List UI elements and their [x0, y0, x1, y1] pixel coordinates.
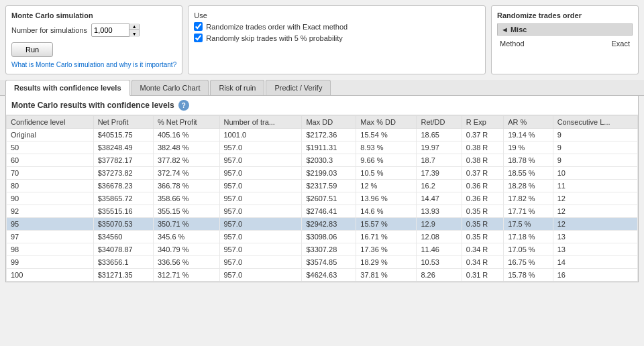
table-cell: 957.0	[219, 154, 302, 167]
table-cell: 17.39	[417, 167, 462, 180]
table-cell: 957.0	[219, 269, 302, 282]
misc-header: ◄ Misc	[497, 23, 633, 36]
table-cell: 345.6 %	[153, 231, 219, 243]
table-cell: 957.0	[219, 141, 302, 154]
table-cell: 957.0	[219, 256, 302, 269]
table-row[interactable]: 92$35515.16355.15 %957.0$2746.4114.6 %13…	[7, 205, 638, 218]
table-cell: $2317.59	[302, 180, 356, 192]
table-cell: 16.75 %	[504, 256, 553, 269]
table-cell: 19.14 %	[504, 129, 553, 141]
table-cell: 14.47	[417, 192, 462, 205]
table-cell: $40515.75	[93, 129, 153, 141]
table-row[interactable]: 100$31271.35312.71 %957.0$4624.6337.81 %…	[7, 269, 638, 282]
table-cell: 16.71 %	[356, 231, 417, 243]
table-cell: 99	[7, 256, 94, 269]
table-cell: 19.97	[417, 141, 462, 154]
table-cell: 382.48 %	[153, 141, 219, 154]
table-cell: 60	[7, 154, 94, 167]
col-r-exp: R Exp	[462, 116, 503, 129]
table-cell: 16	[553, 269, 637, 282]
help-icon[interactable]: ?	[178, 100, 189, 111]
table-cell: 12.08	[417, 231, 462, 243]
tab-results[interactable]: Results with confidence levels	[5, 80, 130, 96]
table-cell: 13	[553, 231, 637, 243]
results-title: Monte Carlo results with confidence leve…	[11, 101, 174, 110]
cb-skip-trades[interactable]	[194, 34, 203, 42]
table-cell: 18.28 %	[504, 180, 553, 192]
table-cell: 8.93 %	[356, 141, 417, 154]
method-row: Method Exact	[497, 38, 633, 49]
table-row[interactable]: 70$37273.82372.74 %957.0$2199.0310.5 %17…	[7, 167, 638, 180]
table-cell: 0.37 R	[462, 129, 503, 141]
method-value: Exact	[611, 40, 630, 48]
table-cell: 19 %	[504, 141, 553, 154]
table-row[interactable]: 99$33656.1336.56 %957.0$3574.8518.29 %10…	[7, 256, 638, 269]
table-cell: 13.93	[417, 205, 462, 218]
table-cell: 12	[553, 192, 637, 205]
tab-predict[interactable]: Predict / Verify	[266, 80, 331, 95]
spin-down-button[interactable]: ▼	[129, 30, 139, 37]
run-button[interactable]: Run	[11, 42, 53, 57]
table-cell: 98	[7, 243, 94, 256]
table-cell: 12	[553, 205, 637, 218]
col-net-profit: Net Profit	[93, 116, 153, 129]
table-cell: $31271.35	[93, 269, 153, 282]
table-row[interactable]: 50$38248.49382.48 %957.0$1911.318.93 %19…	[7, 141, 638, 154]
table-cell: $38248.49	[93, 141, 153, 154]
table-cell: 0.36 R	[462, 192, 503, 205]
results-tbody: Original$40515.75405.16 %1001.0$2172.361…	[7, 129, 638, 282]
table-cell: 372.74 %	[153, 167, 219, 180]
simulations-input[interactable]	[92, 26, 129, 34]
table-row[interactable]: 80$36678.23366.78 %957.0$2317.5912 %16.2…	[7, 180, 638, 192]
table-row[interactable]: 98$34078.87340.79 %957.0$3307.2817.36 %1…	[7, 243, 638, 256]
table-row[interactable]: 60$37782.17377.82 %957.0$2030.39.66 %18.…	[7, 154, 638, 167]
table-row[interactable]: 95$35070.53350.71 %957.0$2942.8315.57 %1…	[7, 218, 638, 231]
col-trades: Number of tra...	[219, 116, 302, 129]
table-row[interactable]: Original$40515.75405.16 %1001.0$2172.361…	[7, 129, 638, 141]
table-row[interactable]: 90$35865.72358.66 %957.0$2607.5113.96 %1…	[7, 192, 638, 205]
table-cell: 10.53	[417, 256, 462, 269]
table-cell: $35070.53	[93, 218, 153, 231]
table-cell: 14.6 %	[356, 205, 417, 218]
table-cell: 18.55 %	[504, 167, 553, 180]
table-cell: 350.71 %	[153, 218, 219, 231]
spin-buttons: ▲ ▼	[129, 23, 139, 37]
table-cell: $34078.87	[93, 243, 153, 256]
right-panel-title: Randomize trades order	[497, 11, 633, 19]
spin-up-button[interactable]: ▲	[129, 23, 139, 30]
table-cell: 16.2	[417, 180, 462, 192]
results-header: Monte Carlo results with confidence leve…	[6, 96, 638, 115]
table-cell: 0.35 R	[462, 231, 503, 243]
table-cell: $3098.06	[302, 231, 356, 243]
tab-risk[interactable]: Risk of ruin	[210, 80, 264, 95]
mc-info-link[interactable]: What is Monte Carlo simulation and why i…	[11, 61, 176, 68]
table-cell: 17.82 %	[504, 192, 553, 205]
table-cell: 17.18 %	[504, 231, 553, 243]
table-cell: 15.78 %	[504, 269, 553, 282]
table-cell: 90	[7, 192, 94, 205]
use-label: Use	[194, 11, 480, 19]
tab-chart[interactable]: Monte Carlo Chart	[131, 80, 209, 95]
table-cell: 80	[7, 180, 94, 192]
table-cell: $4624.63	[302, 269, 356, 282]
table-cell: 9	[553, 141, 637, 154]
table-cell: $2030.3	[302, 154, 356, 167]
table-cell: 0.35 R	[462, 205, 503, 218]
table-cell: 957.0	[219, 218, 302, 231]
table-cell: $2607.51	[302, 192, 356, 205]
table-cell: 405.16 %	[153, 129, 219, 141]
table-cell: 0.34 R	[462, 256, 503, 269]
table-cell: 11	[553, 180, 637, 192]
cb-randomize-order[interactable]	[194, 22, 203, 31]
table-cell: 12 %	[356, 180, 417, 192]
table-cell: 15.57 %	[356, 218, 417, 231]
left-panel: Monte Carlo simulation Number for simula…	[5, 5, 182, 74]
tabs-bar: Results with confidence levels Monte Car…	[0, 80, 644, 96]
table-cell: 10.5 %	[356, 167, 417, 180]
table-row[interactable]: 97$34560345.6 %957.0$3098.0616.71 %12.08…	[7, 231, 638, 243]
table-cell: 9	[553, 129, 637, 141]
table-cell: $35515.16	[93, 205, 153, 218]
table-cell: $2942.83	[302, 218, 356, 231]
right-panel: Randomize trades order ◄ Misc Method Exa…	[491, 5, 639, 74]
table-cell: 15.54 %	[356, 129, 417, 141]
